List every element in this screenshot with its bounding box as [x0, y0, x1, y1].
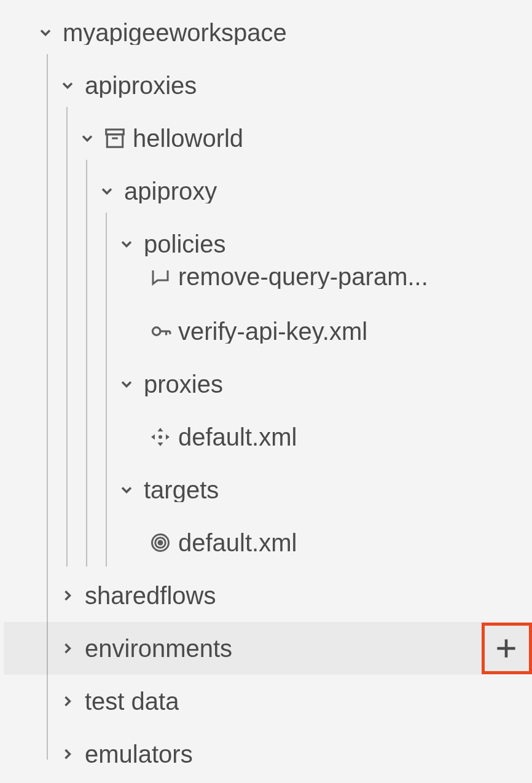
svg-point-11 — [158, 435, 162, 439]
tree-item-label: apiproxy — [120, 179, 217, 203]
tree-item-label: test data — [81, 689, 179, 714]
tree-item-label: targets — [140, 478, 219, 502]
tree-item-label: remove-query-param... — [174, 270, 428, 289]
chevron-right-icon — [54, 675, 81, 728]
tree-item-emulators[interactable]: emulators — [4, 728, 532, 781]
chevron-down-icon — [32, 6, 59, 59]
chevron-down-icon — [113, 358, 140, 411]
tree-item-label: apiproxies — [81, 73, 197, 98]
tree-item-label: proxies — [140, 372, 223, 396]
svg-marker-7 — [158, 428, 163, 431]
tree-item-apiproxies[interactable]: apiproxies — [4, 59, 532, 112]
tree-item-label: myapigeeworkspace — [59, 20, 287, 45]
tree-item-verify-api-key[interactable]: verify-api-key.xml — [4, 305, 532, 358]
tree-item-environments[interactable]: environments — [4, 622, 532, 675]
svg-point-3 — [152, 328, 160, 336]
chevron-down-icon — [113, 218, 140, 270]
file-explorer-tree: myapigeeworkspace apiproxies helloworld … — [0, 0, 532, 781]
tree-item-targets[interactable]: targets — [4, 463, 532, 516]
move-arrows-icon — [146, 411, 174, 463]
add-environment-button[interactable] — [483, 625, 530, 672]
tree-item-workspace-root[interactable]: myapigeeworkspace — [4, 6, 532, 59]
archive-box-icon — [101, 112, 129, 165]
tree-item-sharedflows[interactable]: sharedflows — [4, 569, 532, 622]
tree-item-label: verify-api-key.xml — [174, 319, 367, 344]
svg-rect-1 — [107, 135, 122, 148]
tree-item-policies[interactable]: policies — [4, 218, 532, 270]
tree-item-helloworld[interactable]: helloworld — [4, 112, 532, 165]
tree-item-label: emulators — [81, 742, 193, 766]
tree-item-apiproxy[interactable]: apiproxy — [4, 165, 532, 218]
tree-item-label: policies — [140, 232, 225, 256]
tree-item-label: sharedflows — [81, 583, 216, 608]
tree-item-label: default.xml — [174, 425, 297, 449]
svg-marker-9 — [151, 435, 155, 440]
chat-bubble-icon — [146, 270, 174, 305]
key-icon — [146, 305, 174, 358]
tree-item-targets-default[interactable]: default.xml — [4, 516, 532, 569]
chevron-right-icon — [54, 728, 81, 781]
chevron-down-icon — [54, 59, 81, 112]
tree-item-label: helloworld — [129, 126, 243, 151]
tree-item-label: default.xml — [174, 530, 297, 555]
chevron-down-icon — [93, 165, 120, 218]
svg-marker-8 — [158, 443, 163, 446]
chevron-right-icon — [54, 622, 81, 675]
svg-point-14 — [158, 541, 162, 545]
tree-item-remove-query-param[interactable]: remove-query-param... — [4, 270, 532, 305]
target-icon — [146, 516, 174, 569]
chevron-right-icon — [54, 569, 81, 622]
chevron-down-icon — [113, 463, 140, 516]
tree-item-proxies-default[interactable]: default.xml — [4, 411, 532, 463]
svg-marker-10 — [166, 435, 170, 440]
tree-item-proxies[interactable]: proxies — [4, 358, 532, 411]
tree-item-label: environments — [81, 636, 232, 661]
chevron-down-icon — [74, 112, 101, 165]
tree-item-test-data[interactable]: test data — [4, 675, 532, 728]
